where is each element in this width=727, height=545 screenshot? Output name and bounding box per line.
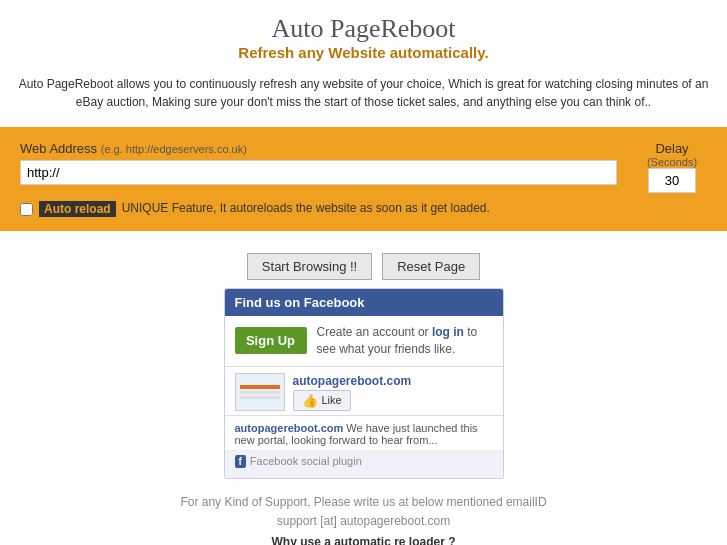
fb-post-link[interactable]: autopagereboot.com [235,422,344,434]
footer-support: For any Kind of Support, Please write us… [20,493,707,531]
fb-page-info: autopagereboot.com 👍 Like [293,373,493,411]
delay-seconds-label: (Seconds) [637,156,707,168]
page-title: Auto PageReboot [0,14,727,44]
footer: For any Kind of Support, Please write us… [0,479,727,545]
autoreload-row: Auto reload UNIQUE Feature, It autoreloa… [20,201,707,217]
fb-post-row: autopagereboot.com We have just launched… [225,416,503,451]
fb-page-name-link[interactable]: autopagereboot.com [293,374,412,388]
fb-plugin-label: Facebook social plugin [250,455,362,467]
delay-input[interactable] [648,168,696,193]
start-browsing-button[interactable]: Start Browsing !! [247,253,372,280]
delay-section: Delay (Seconds) [637,141,707,193]
footer-why-title: Why use a automatic re loader ? [20,535,707,545]
footer-email: support [at] autopagereboot.com [277,514,450,528]
url-hint: (e.g. http://edgeservers.co.uk) [101,143,247,155]
autoreload-badge: Auto reload [39,201,116,217]
thumb-line-3 [240,396,280,399]
fb-page-thumbnail [235,373,285,411]
fb-like-icon: 👍 [302,393,318,408]
page-header: Auto PageReboot Refresh any Website auto… [0,0,727,67]
fb-icon: f [235,455,246,468]
delay-label: Delay [637,141,707,156]
action-buttons: Start Browsing !! Reset Page [0,239,727,288]
form-box: Web Address (e.g. http://edgeservers.co.… [0,127,727,231]
thumb-line-2 [240,391,280,394]
url-label: Web Address (e.g. http://edgeservers.co.… [20,141,617,156]
fb-login-link[interactable]: log in [432,325,464,339]
autoreload-text: UNIQUE Feature, It autoreloads the websi… [122,201,490,215]
fb-footer: f Facebook social plugin [225,451,503,472]
facebook-widget: Find us on Facebook Sign Up Create an ac… [224,288,504,479]
fb-signup-text: Create an account or log in to see what … [317,324,493,358]
url-section: Web Address (e.g. http://edgeservers.co.… [20,141,617,185]
autoreload-checkbox[interactable] [20,203,33,216]
fb-header: Find us on Facebook [225,289,503,316]
fb-like-button[interactable]: 👍 Like [293,390,351,411]
page-subtitle: Refresh any Website automatically. [0,44,727,61]
reset-page-button[interactable]: Reset Page [382,253,480,280]
url-input[interactable] [20,160,617,185]
fb-signup-button[interactable]: Sign Up [235,327,307,354]
thumb-line-1 [240,385,280,389]
page-description: Auto PageReboot allows you to continuous… [0,67,727,119]
fb-page-row: autopagereboot.com 👍 Like [225,367,503,416]
fb-signup-row: Sign Up Create an account or log in to s… [225,316,503,367]
